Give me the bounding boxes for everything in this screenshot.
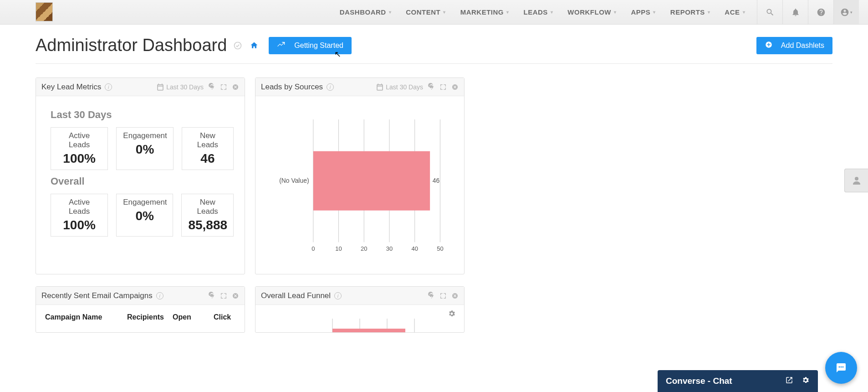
close-icon[interactable] [451,83,459,91]
refresh-icon[interactable] [208,83,215,91]
close-icon[interactable] [232,292,239,299]
dashlet-header: Leads by Sources i Last 30 Days [255,78,464,96]
chart-svg: (No Value) 46 0 10 20 30 40 50 [271,110,449,260]
nav-label: WORKFLOW [567,8,611,16]
svg-point-0 [235,42,241,49]
chat-fab[interactable] [825,352,857,384]
table-header-row: Campaign Name Recipients Open Click [36,305,245,321]
section-label: Overall [51,175,234,187]
col-open: Open [173,313,200,321]
metric-label: Engagement [123,198,166,207]
metric-label: Active Leads [57,131,101,150]
side-avatar-tab[interactable] [844,169,868,192]
dashlet-tools [428,292,459,299]
nav-reports[interactable]: REPORTS▾ [663,0,718,24]
metric-value: 85,888 [188,218,227,232]
info-icon[interactable]: i [327,83,334,91]
dashlet-lead-funnel: Overall Lead Funnel i [255,286,465,333]
check-circle-icon[interactable] [232,40,243,51]
metric-engagement: Engagement0% [116,127,173,170]
info-icon[interactable]: i [334,292,342,299]
profile-icon[interactable]: ▾ [833,0,859,24]
metric-active-leads-overall: Active Leads100% [51,194,108,237]
nav-dashboard[interactable]: DASHBOARD▾ [332,0,399,24]
close-icon[interactable] [232,83,239,91]
expand-icon[interactable] [220,292,227,299]
dashlet-title: Leads by Sources [261,83,323,92]
chat-icon [836,362,847,373]
metric-value: 100% [57,218,101,232]
button-label: Add Dashlets [781,41,824,50]
refresh-icon[interactable] [428,292,435,299]
info-icon[interactable]: i [156,292,163,299]
page-header: Administrator Dashboard Getting Started … [36,36,832,64]
trend-icon [277,41,290,51]
chevron-down-icon: ▾ [614,10,617,15]
getting-started-button[interactable]: Getting Started [269,37,352,54]
expand-icon[interactable] [439,292,447,299]
col-campaign-name: Campaign Name [45,313,113,321]
nav-marketing[interactable]: MARKETING▾ [453,0,516,24]
bar-no-value[interactable] [313,151,430,211]
chat-bar[interactable]: Converse - Chat [658,370,818,392]
page: Administrator Dashboard Getting Started … [0,25,868,344]
col-recipients: Recipients [127,313,173,321]
calendar-range[interactable]: Last 30 Days [376,83,423,91]
page-title: Administrator Dashboard [36,36,227,55]
chevron-down-icon: ▾ [551,10,553,15]
dashlet-title: Key Lead Metrics [41,83,101,92]
metric-value: 0% [123,209,166,223]
svg-point-19 [841,366,842,368]
close-icon[interactable] [451,292,459,299]
chevron-down-icon: ▾ [389,10,392,15]
popout-icon[interactable] [785,376,793,386]
dash-row: Key Lead Metrics i Last 30 Days Last 30 … [36,77,832,274]
gear-icon[interactable] [802,376,810,386]
nav-ace[interactable]: ACE▾ [717,0,752,24]
metric-new-leads: New Leads46 [182,127,234,170]
dashlet-header: Overall Lead Funnel i [255,287,464,305]
nav-leads[interactable]: LEADS▾ [516,0,560,24]
refresh-icon[interactable] [208,292,215,299]
tick-50: 50 [437,245,443,252]
bar-value-label: 46 [433,177,440,184]
col-click: Click [214,313,231,321]
dashlet-body: (No Value) 46 0 10 20 30 40 50 [255,96,464,274]
nav-label: MARKETING [460,8,504,16]
calendar-icon [156,83,164,91]
chevron-down-icon: ▾ [506,10,509,15]
metric-row: Active Leads100% Engagement0% New Leads8… [51,194,234,237]
nav-label: LEADS [523,8,547,16]
tick-30: 30 [386,245,393,252]
nav-content[interactable]: CONTENT▾ [398,0,453,24]
tick-0: 0 [311,245,315,252]
chevron-down-icon: ▾ [850,10,853,15]
gear-icon[interactable] [448,309,456,320]
home-icon[interactable] [249,40,260,51]
range-label: Last 30 Days [166,83,204,91]
bell-icon[interactable] [782,0,808,24]
expand-icon[interactable] [220,83,227,91]
metric-value: 0% [123,142,166,157]
nav-label: REPORTS [670,8,705,16]
metric-label: Active Leads [57,198,101,216]
calendar-range[interactable]: Last 30 Days [156,83,204,91]
metric-active-leads: Active Leads100% [51,127,108,170]
top-nav: DASHBOARD▾ CONTENT▾ MARKETING▾ LEADS▾ WO… [0,0,868,25]
nav-items: DASHBOARD▾ CONTENT▾ MARKETING▾ LEADS▾ WO… [332,0,752,24]
expand-icon[interactable] [439,83,447,91]
metric-label: New Leads [188,198,227,216]
refresh-icon[interactable] [428,83,435,91]
chevron-down-icon: ▾ [708,10,710,15]
chevron-down-icon: ▾ [443,10,446,15]
tick-10: 10 [335,245,342,252]
person-icon [851,175,862,186]
search-icon[interactable] [757,0,782,24]
logo[interactable] [36,2,53,21]
nav-workflow[interactable]: WORKFLOW▾ [560,0,623,24]
info-icon[interactable]: i [105,83,112,91]
help-icon[interactable] [808,0,833,24]
metric-new-leads-overall: New Leads85,888 [181,194,234,237]
nav-apps[interactable]: APPS▾ [623,0,663,24]
add-dashlets-button[interactable]: Add Dashlets [756,37,832,54]
